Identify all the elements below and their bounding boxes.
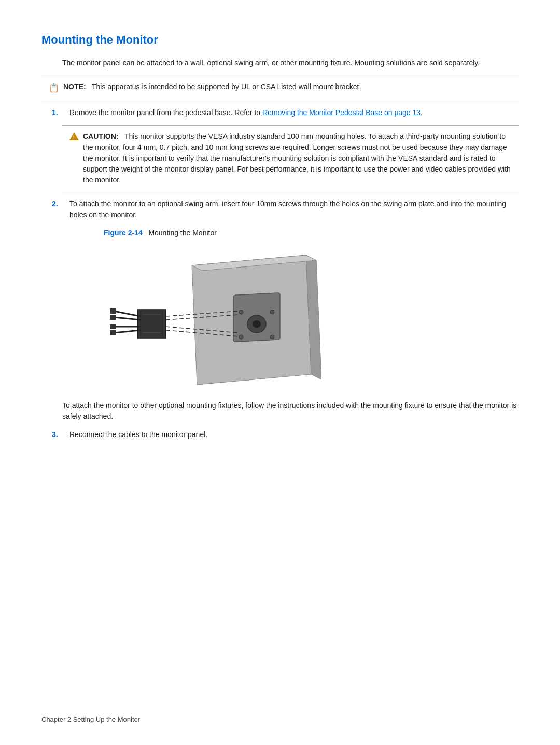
- note-label: NOTE:: [63, 82, 86, 91]
- svg-point-8: [239, 335, 243, 339]
- svg-line-17: [114, 311, 140, 316]
- svg-line-19: [114, 317, 140, 320]
- svg-line-23: [114, 330, 140, 333]
- step-1: 1. Remove the monitor panel from the ped…: [52, 107, 519, 118]
- step-1-text-after: .: [421, 108, 423, 117]
- svg-point-5: [253, 320, 261, 328]
- step-3-number: 3.: [52, 429, 62, 440]
- caution-box: CAUTION: This monitor supports the VESA …: [62, 125, 519, 191]
- page-footer: Chapter 2 Setting Up the Monitor: [41, 710, 519, 725]
- svg-rect-18: [110, 308, 116, 314]
- intro-paragraph: The monitor panel can be attached to a w…: [62, 58, 519, 68]
- svg-rect-22: [110, 324, 116, 329]
- step-1-content: Remove the monitor panel from the pedest…: [69, 107, 519, 118]
- caution-text: This monitor supports the VESA industry …: [83, 132, 511, 184]
- between-steps-text: To attach the monitor to other optional …: [62, 400, 519, 422]
- step-2: 2. To attach the monitor to an optional …: [52, 199, 519, 220]
- step-2-content: To attach the monitor to an optional swi…: [69, 199, 519, 220]
- caution-triangle-icon: [69, 132, 79, 140]
- page-title: Mounting the Monitor: [41, 31, 519, 48]
- svg-point-6: [239, 310, 243, 314]
- svg-point-7: [270, 310, 274, 314]
- step-1-link[interactable]: Removing the Monitor Pedestal Base on pa…: [262, 108, 421, 117]
- figure-caption: Figure 2-14 Mounting the Monitor: [104, 228, 519, 238]
- caution-label: CAUTION:: [83, 132, 118, 140]
- figure-label: Figure 2-14: [104, 229, 143, 237]
- step-3-content: Reconnect the cables to the monitor pane…: [69, 429, 519, 440]
- footer-divider: [41, 710, 519, 710]
- step-3: 3. Reconnect the cables to the monitor p…: [52, 429, 519, 440]
- monitor-svg: [104, 245, 321, 390]
- note-content: NOTE: This apparatus is intended to be s…: [63, 81, 361, 92]
- figure-caption-text: Mounting the Monitor: [148, 229, 217, 237]
- footer-text: Chapter 2 Setting Up the Monitor: [41, 715, 140, 723]
- svg-point-9: [270, 335, 274, 339]
- svg-rect-24: [110, 330, 116, 335]
- figure-illustration: [83, 245, 342, 390]
- step-2-number: 2.: [52, 199, 62, 220]
- note-box: 📋 NOTE: This apparatus is intended to be…: [41, 76, 519, 100]
- svg-rect-10: [137, 310, 166, 338]
- note-icon: 📋: [49, 82, 59, 94]
- step-1-number: 1.: [52, 107, 62, 118]
- note-text: This apparatus is intended to be support…: [92, 82, 361, 91]
- svg-rect-20: [110, 315, 116, 320]
- step-1-text-before: Remove the monitor panel from the pedest…: [69, 108, 262, 117]
